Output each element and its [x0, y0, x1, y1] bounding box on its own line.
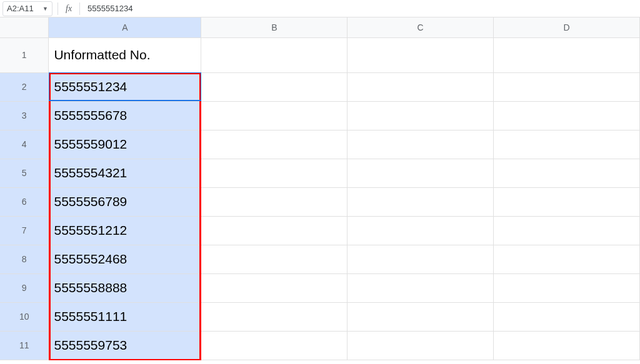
formula-bar: A2:A11 ▼ fx [0, 0, 640, 17]
cell-B7[interactable] [201, 216, 348, 245]
cell-D6[interactable] [494, 187, 640, 216]
cell-A7[interactable]: 5555551212 [49, 216, 201, 245]
cell-C6[interactable] [348, 187, 494, 216]
cell-A9[interactable]: 5555558888 [49, 273, 201, 302]
cell-D5[interactable] [494, 159, 640, 187]
cell-B11[interactable] [201, 331, 348, 360]
cell-D8[interactable] [494, 245, 640, 273]
cell-B9[interactable] [201, 273, 348, 302]
col-header-C[interactable]: C [348, 17, 494, 37]
cell-B2[interactable] [201, 72, 348, 101]
cell-C9[interactable] [348, 273, 494, 302]
cell-C8[interactable] [348, 245, 494, 273]
cell-D10[interactable] [494, 302, 640, 331]
grid-table: A B C D 1 Unformatted No. 2 5555551234 3… [0, 17, 640, 360]
row-header-5[interactable]: 5 [0, 159, 49, 187]
name-box[interactable]: A2:A11 ▼ [2, 1, 52, 16]
cell-A10[interactable]: 5555551111 [49, 302, 201, 331]
col-header-B[interactable]: B [201, 17, 348, 37]
col-header-D[interactable]: D [494, 17, 640, 37]
dropdown-icon[interactable]: ▼ [42, 6, 48, 12]
cell-C4[interactable] [348, 130, 494, 159]
row-header-2[interactable]: 2 [0, 72, 49, 101]
cell-C11[interactable] [348, 331, 494, 360]
col-header-A[interactable]: A [49, 17, 201, 37]
cell-A1[interactable]: Unformatted No. [49, 37, 201, 72]
cell-A8[interactable]: 5555552468 [49, 245, 201, 273]
cell-C3[interactable] [348, 101, 494, 130]
cell-D2[interactable] [494, 72, 640, 101]
cell-B1[interactable] [201, 37, 348, 72]
cell-A5[interactable]: 5555554321 [49, 159, 201, 187]
cell-A6[interactable]: 5555556789 [49, 187, 201, 216]
cell-C1[interactable] [348, 37, 494, 72]
cell-C5[interactable] [348, 159, 494, 187]
cell-C2[interactable] [348, 72, 494, 101]
cell-C7[interactable] [348, 216, 494, 245]
row-header-8[interactable]: 8 [0, 245, 49, 273]
name-box-value: A2:A11 [7, 4, 34, 13]
row-header-6[interactable]: 6 [0, 187, 49, 216]
cell-D3[interactable] [494, 101, 640, 130]
row-header-3[interactable]: 3 [0, 101, 49, 130]
divider [58, 2, 58, 15]
cell-A11[interactable]: 5555559753 [49, 331, 201, 360]
row-header-9[interactable]: 9 [0, 273, 49, 302]
row-header-7[interactable]: 7 [0, 216, 49, 245]
fx-label: fx [61, 4, 77, 14]
select-all-corner[interactable] [0, 17, 49, 37]
cell-D7[interactable] [494, 216, 640, 245]
row-header-10[interactable]: 10 [0, 302, 49, 331]
row-header-4[interactable]: 4 [0, 130, 49, 159]
cell-D9[interactable] [494, 273, 640, 302]
cell-B10[interactable] [201, 302, 348, 331]
spreadsheet-grid: A B C D 1 Unformatted No. 2 5555551234 3… [0, 17, 640, 360]
cell-A4[interactable]: 5555559012 [49, 130, 201, 159]
row-header-11[interactable]: 11 [0, 331, 49, 360]
cell-D1[interactable] [494, 37, 640, 72]
divider [79, 2, 80, 15]
formula-input[interactable] [82, 2, 640, 14]
cell-B5[interactable] [201, 159, 348, 187]
cell-D4[interactable] [494, 130, 640, 159]
cell-D11[interactable] [494, 331, 640, 360]
row-header-1[interactable]: 1 [0, 37, 49, 72]
cell-A3[interactable]: 5555555678 [49, 101, 201, 130]
cell-B3[interactable] [201, 101, 348, 130]
cell-B4[interactable] [201, 130, 348, 159]
cell-A2[interactable]: 5555551234 [49, 72, 201, 101]
cell-B8[interactable] [201, 245, 348, 273]
cell-C10[interactable] [348, 302, 494, 331]
cell-B6[interactable] [201, 187, 348, 216]
